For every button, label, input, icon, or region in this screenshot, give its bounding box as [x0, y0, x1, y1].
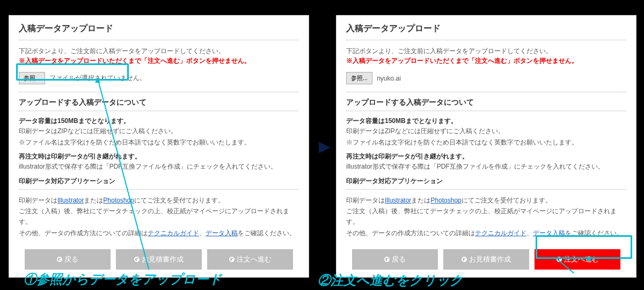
divider	[19, 40, 299, 40]
order-button-disabled[interactable]: 注文へ進む	[207, 249, 293, 270]
apps-heading: 印刷データ対応アプリケーション	[346, 177, 626, 186]
annotation-caption-1: ①参照からデータをアップロード	[24, 271, 222, 288]
text: 、	[526, 229, 533, 237]
text: 印刷データは	[346, 197, 385, 204]
divider	[346, 40, 626, 40]
capacity-note2: ※ファイル名は文字化けを防ぐため日本語ではなく英数字でお願いいたします。	[346, 137, 626, 148]
play-icon	[57, 257, 62, 262]
apps-line1: 印刷データはIllustratorまたはPhotoshopにてご注文を受付ており…	[19, 195, 299, 206]
play-icon	[462, 257, 467, 262]
button-label: 注文へ進む	[237, 255, 272, 264]
divider	[19, 111, 299, 111]
text: 印刷データは	[19, 197, 57, 204]
file-status-label: nyuko.ai	[377, 75, 401, 82]
transition-arrow-icon: ▶	[319, 137, 331, 155]
button-label: 戻る	[64, 255, 78, 264]
divider	[346, 189, 626, 190]
file-picker-row: 参照... nyuko.ai	[346, 72, 626, 84]
apps-heading: 印刷データ対応アプリケーション	[19, 177, 299, 186]
apps-line3: その他、データの作成方法についての詳細はテクニカルガイド、データ入稿をご確認くだ…	[346, 228, 626, 238]
button-label: お見積書作成	[142, 255, 184, 264]
annotation-caption-2: ②注文へ進むをクリック	[318, 272, 463, 289]
back-button[interactable]: 戻る	[25, 249, 111, 270]
file-picker-row: 参照... ファイルが選択されていません。	[19, 72, 299, 84]
order-button-active[interactable]: 注文へ進む	[535, 249, 620, 270]
instruction-text: 下記ボタンより、ご注文前に入稿データをアップロードしてください。	[19, 46, 299, 56]
text: その他、データの作成方法についての詳細は	[346, 229, 475, 237]
quote-button[interactable]: お見積書作成	[443, 249, 529, 270]
quote-button[interactable]: お見積書作成	[116, 249, 202, 270]
text: または	[411, 197, 430, 204]
text: 、	[199, 229, 206, 237]
apps-line1: 印刷データはIllustratorまたはPhotoshopにてご注文を受付ており…	[346, 195, 626, 206]
text: をご確認ください。	[565, 229, 623, 237]
divider	[346, 111, 626, 111]
button-label: 戻る	[392, 255, 406, 264]
reorder-note: illustrator形式で保存する際は「PDF互換ファイルを作成」にチェックを…	[19, 161, 299, 172]
back-button[interactable]: 戻る	[352, 249, 438, 270]
text: にてご注文を受付ております。	[134, 197, 224, 204]
photoshop-link[interactable]: Photoshop	[430, 197, 461, 204]
illustrator-link[interactable]: Illustrator	[57, 197, 84, 204]
text: または	[84, 197, 103, 204]
warning-text: ※入稿データをアップロードいただくまで「注文へ進む」ボタンを押せません。	[19, 56, 299, 66]
technical-guide-link[interactable]: テクニカルガイド	[148, 229, 199, 237]
panel-title: 入稿データアップロード	[19, 23, 299, 34]
capacity-heading: データ容量は150MBまでとなります。	[346, 117, 626, 126]
capacity-note1: 印刷データはZIPなどには圧縮せずにご入稿ください。	[19, 126, 299, 136]
reorder-heading: 再注文時は印刷データが引き継がれます。	[346, 152, 626, 161]
play-icon	[384, 257, 390, 262]
annotation-arrow-tip	[95, 77, 100, 83]
reorder-note: illustrator形式で保存する際は「PDF互換ファイルを作成」にチェックを…	[346, 161, 626, 172]
button-row: 戻る お見積書作成 注文へ進む	[346, 249, 626, 270]
section-subtitle: アップロードする入稿データについて	[19, 98, 299, 107]
warning-text: ※入稿データをアップロードいただくまで「注文へ進む」ボタンを押せません。	[346, 56, 626, 66]
play-icon	[134, 257, 140, 262]
button-row: 戻る お見積書作成 注文へ進む	[19, 249, 299, 270]
apps-line2: ご注文（入稿）後、弊社にてデータチェックの上、校正紙がマイページにアップロードさ…	[346, 206, 626, 228]
technical-guide-link[interactable]: テクニカルガイド	[475, 229, 526, 237]
illustrator-link[interactable]: Illustrator	[385, 197, 411, 204]
browse-button[interactable]: 参照...	[346, 72, 372, 84]
upload-panel-after: 入稿データアップロード 下記ボタンより、ご注文前に入稿データをアップロードしてく…	[336, 15, 636, 278]
apps-line3: その他、データの作成方法についての詳細はテクニカルガイド、データ入稿をご確認くだ…	[19, 228, 299, 238]
text: をご確認ください。	[238, 229, 296, 237]
text: その他、データの作成方法についての詳細は	[19, 229, 148, 237]
text: にてご注文を受付ております。	[462, 197, 552, 204]
play-icon	[229, 257, 235, 262]
data-submit-link[interactable]: データ入稿	[206, 229, 238, 237]
panel-title: 入稿データアップロード	[346, 23, 626, 34]
capacity-heading: データ容量は150MBまでとなります。	[19, 117, 299, 126]
divider	[19, 189, 299, 190]
capacity-note1: 印刷データはZIPなどには圧縮せずにご入稿ください。	[346, 126, 626, 136]
reorder-heading: 再注文時は印刷データが引き継がれます。	[19, 152, 299, 161]
divider	[346, 92, 626, 92]
capacity-note2: ※ファイル名は文字化けを防ぐため日本語ではなく英数字でお願いいたします。	[19, 137, 299, 148]
browse-button[interactable]: 参照...	[19, 72, 45, 84]
instruction-text: 下記ボタンより、ご注文前に入稿データをアップロードしてください。	[346, 46, 626, 56]
upload-panel-before: 入稿データアップロード 下記ボタンより、ご注文前に入稿データをアップロードしてく…	[9, 15, 309, 278]
apps-line2: ご注文（入稿）後、弊社にてデータチェックの上、校正紙がマイページにアップロードさ…	[19, 206, 299, 228]
button-label: 注文へ進む	[564, 255, 599, 264]
data-submit-link[interactable]: データ入稿	[533, 229, 565, 237]
divider	[19, 92, 299, 92]
button-label: お見積書作成	[469, 255, 511, 264]
section-subtitle: アップロードする入稿データについて	[346, 98, 626, 107]
